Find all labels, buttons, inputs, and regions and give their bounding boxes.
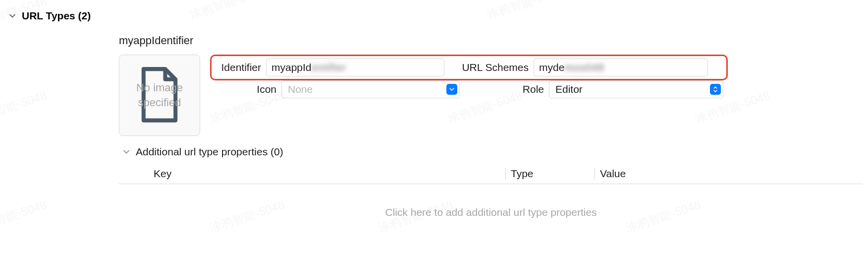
url-type-item: myappIdentifier No image specified Ident… [119, 34, 863, 228]
chevron-down-icon [446, 84, 457, 95]
additional-properties-header[interactable]: Additional url type properties (0) [119, 146, 863, 158]
chevron-down-icon [123, 148, 130, 155]
column-type[interactable]: Type [505, 168, 595, 180]
section-title: URL Types (2) [22, 10, 91, 22]
identifier-input[interactable]: myappIdentifier [266, 59, 444, 76]
role-select[interactable]: Editor [549, 80, 723, 98]
url-schemes-visible-text: myde [539, 62, 564, 73]
section-header[interactable]: URL Types (2) [5, 10, 863, 22]
url-schemes-blurred-text: mos048 [564, 62, 604, 73]
identifier-label: Identifier [212, 62, 261, 73]
icon-image-well[interactable]: No image specified [119, 55, 200, 136]
url-type-name: myappIdentifier [119, 34, 863, 47]
highlighted-fields: Identifier myappIdentifier URL Schemes m… [210, 55, 728, 80]
chevron-down-icon [9, 12, 16, 19]
chevron-up-down-icon [710, 84, 721, 95]
identifier-blurred-text: entifier [312, 62, 347, 73]
watermark: 涂鸦智能-5048 [0, 197, 49, 236]
additional-properties-title: Additional url type properties (0) [136, 146, 283, 158]
role-label: Role [470, 83, 544, 95]
icon-combobox[interactable]: None [281, 80, 460, 98]
watermark: 涂鸦智能-5048 [0, 87, 49, 127]
icon-placeholder: None [288, 83, 313, 95]
identifier-visible-text: myappId [271, 62, 312, 73]
icon-label: Icon [227, 83, 276, 95]
url-schemes-label: URL Schemes [454, 62, 529, 73]
image-well-text: No image specified [119, 80, 200, 110]
url-schemes-input[interactable]: mydemos048 [534, 59, 708, 76]
empty-table-placeholder[interactable]: Click here to add additional url type pr… [119, 184, 863, 228]
column-value[interactable]: Value [595, 168, 863, 180]
additional-properties-section: Additional url type properties (0) Key T… [119, 146, 863, 228]
role-value: Editor [555, 83, 583, 95]
properties-table-header: Key Type Value [119, 168, 863, 184]
column-key[interactable]: Key [154, 168, 505, 180]
